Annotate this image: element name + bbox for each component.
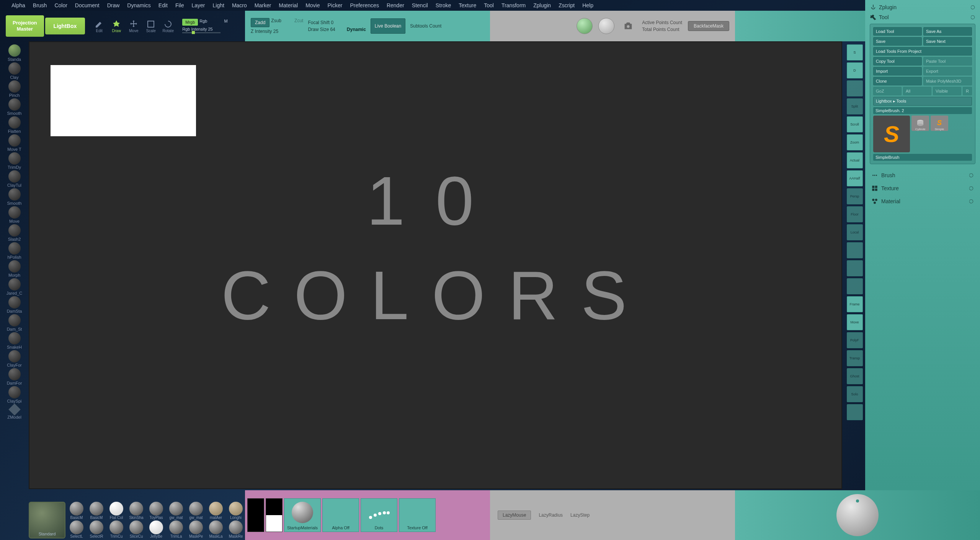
goz-all-button[interactable]: All <box>903 87 931 95</box>
brush-slot-trimdy[interactable]: TrimDy <box>5 152 24 170</box>
load-tool-button[interactable]: Load Tool <box>873 27 922 36</box>
texture-section-header[interactable]: Texture <box>870 182 975 195</box>
rail-split[interactable]: Split <box>847 98 863 114</box>
texture-off-thumb[interactable]: Texture Off <box>399 498 436 532</box>
brush-slot-damfor[interactable]: DamFor <box>5 368 24 385</box>
menu-alpha[interactable]: Alpha <box>11 2 25 8</box>
gizmo-sphere-gray[interactable] <box>598 18 614 34</box>
menu-brush[interactable]: Brush <box>33 2 47 8</box>
brush-slot-dam_st[interactable]: Dam_St <box>5 314 24 331</box>
gizmo-sphere-green[interactable] <box>577 18 593 34</box>
menu-material[interactable]: Material <box>279 2 298 8</box>
material-slot-4[interactable]: ToyPlas <box>147 502 166 520</box>
load-from-project-button[interactable]: Load Tools From Project <box>873 47 972 55</box>
rail-actual[interactable]: Actual <box>847 152 863 168</box>
rotate-mode-button[interactable]: Rotate <box>160 18 176 34</box>
rail-transp[interactable]: Transp <box>847 350 863 366</box>
menu-layer[interactable]: Layer <box>192 2 205 8</box>
texture-reset-icon[interactable] <box>969 186 974 191</box>
brush-slot-slash2[interactable]: Slash2 <box>5 224 24 241</box>
stroke-slot-1[interactable]: SelectR <box>87 520 106 538</box>
menu-color[interactable]: Color <box>54 2 67 8</box>
zplugin-reset-icon[interactable] <box>970 5 975 10</box>
menu-draw[interactable]: Draw <box>107 2 120 8</box>
m-button[interactable]: M <box>224 19 227 26</box>
material-slot-3[interactable]: SkinSha <box>127 502 146 520</box>
focal-shift-slider[interactable]: Focal Shift 0 <box>308 20 366 25</box>
material-slot-6[interactable]: gw_mat <box>186 502 206 520</box>
rail-move-view[interactable]: Move <box>847 314 863 330</box>
brush-slot-claytul[interactable]: ClayTul <box>5 170 24 188</box>
menu-marker[interactable]: Marker <box>255 2 271 8</box>
color-swatch-primary[interactable] <box>247 498 264 532</box>
brush-slot-standa[interactable]: Standa <box>5 44 24 62</box>
save-button[interactable]: Save <box>873 37 922 46</box>
rail-floor[interactable]: Floor <box>847 206 863 222</box>
stroke-dots-thumb[interactable]: Dots <box>361 498 397 532</box>
paste-tool-button[interactable]: Paste Tool <box>923 57 972 65</box>
brush-slot-clayspi[interactable]: ClaySpi <box>5 386 24 403</box>
simplebrush-row-label[interactable]: SimpleBrush. 2 <box>873 107 972 114</box>
brush-slot-smooth[interactable]: Smooth <box>5 188 24 206</box>
edit-mode-button[interactable]: Edit <box>91 18 107 34</box>
brush-slot-jared_c[interactable]: Jared_C <box>5 278 24 295</box>
lightbox-tools-button[interactable]: Lightbox ▸ Tools <box>873 97 972 106</box>
color-swatch-secondary[interactable] <box>266 498 283 532</box>
material-slot-8[interactable]: Longhi <box>226 502 245 520</box>
brush-slot-zmodel[interactable]: ZModel <box>5 404 24 419</box>
export-button[interactable]: Export <box>923 67 972 75</box>
brush-slot-smooth[interactable]: Smooth <box>5 98 24 116</box>
save-as-button[interactable]: Save As <box>923 27 972 36</box>
z-intensity-slider[interactable]: Z Intensity 25 <box>251 29 303 34</box>
projection-master-button[interactable]: Projection Master <box>6 15 44 36</box>
rail-rail-item-5[interactable] <box>847 404 863 420</box>
stroke-slot-0[interactable]: SelectL <box>67 520 86 538</box>
rail-rail-item-2[interactable] <box>847 242 863 258</box>
brush-slot-damsta[interactable]: DamSta <box>5 296 24 313</box>
tool-thumb-cylinder[interactable]: Cylinde <box>911 116 929 131</box>
zsub-button[interactable]: Zsub <box>271 18 281 27</box>
rgb-intensity-slider[interactable]: Rgb Intensity 25 <box>182 27 227 33</box>
menu-render[interactable]: Render <box>387 2 404 8</box>
brush-section-header[interactable]: Brush <box>870 169 975 182</box>
brush-slot-pinch[interactable]: Pinch <box>5 80 24 98</box>
brush-reset-icon[interactable] <box>969 173 974 178</box>
brush-slot-clay[interactable]: Clay <box>5 62 24 80</box>
lazyradius-slider[interactable]: LazyRadius <box>539 512 563 518</box>
save-next-button[interactable]: Save Next <box>923 37 972 46</box>
material-slot-2[interactable]: Flat Col <box>107 502 126 520</box>
menu-macro[interactable]: Macro <box>232 2 247 8</box>
zadd-button[interactable]: Zadd <box>251 18 270 27</box>
menu-zplugin[interactable]: Zplugin <box>533 2 551 8</box>
rail-ghost[interactable]: Ghost <box>847 368 863 384</box>
rail-solo[interactable]: Solo <box>847 386 863 402</box>
gizmo-camera-icon[interactable] <box>620 18 636 34</box>
menu-zscript[interactable]: Zscript <box>559 2 575 8</box>
brush-slot-move[interactable]: Move <box>5 206 24 224</box>
tool-header[interactable]: Tool <box>870 14 975 21</box>
import-button[interactable]: Import <box>873 67 922 75</box>
rail-dynamesh[interactable]: D <box>847 62 863 78</box>
rail-polyf[interactable]: PolyF <box>847 332 863 348</box>
zcut-button[interactable]: Zcut <box>294 18 303 27</box>
rail-local[interactable]: Local <box>847 224 863 240</box>
brush-slot-move t[interactable]: Move T <box>5 134 24 152</box>
stroke-slot-8[interactable]: MaskRe <box>226 520 245 538</box>
material-slot-1[interactable]: BasicM <box>87 502 106 520</box>
rail-rail-item-3[interactable] <box>847 260 863 276</box>
menu-dynamics[interactable]: Dynamics <box>127 2 150 8</box>
tool-thumb-simple[interactable]: SSimple <box>931 116 948 131</box>
brush-slot-clayfor[interactable]: ClayFor <box>5 350 24 367</box>
navigation-sphere[interactable] <box>836 494 879 536</box>
active-brush-thumb[interactable]: Standard <box>29 502 65 538</box>
copy-tool-button[interactable]: Copy Tool <box>873 57 922 65</box>
brush-slot-snakeh[interactable]: SnakeH <box>5 332 24 349</box>
menu-stencil[interactable]: Stencil <box>412 2 428 8</box>
menu-picker[interactable]: Picker <box>328 2 343 8</box>
menu-movie[interactable]: Movie <box>305 2 320 8</box>
material-slot-0[interactable]: BasicM <box>67 502 86 520</box>
rail-rail-item-1[interactable] <box>847 80 863 96</box>
menu-file[interactable]: File <box>175 2 184 8</box>
menu-texture[interactable]: Texture <box>459 2 476 8</box>
rail-frame[interactable]: Frame <box>847 296 863 312</box>
